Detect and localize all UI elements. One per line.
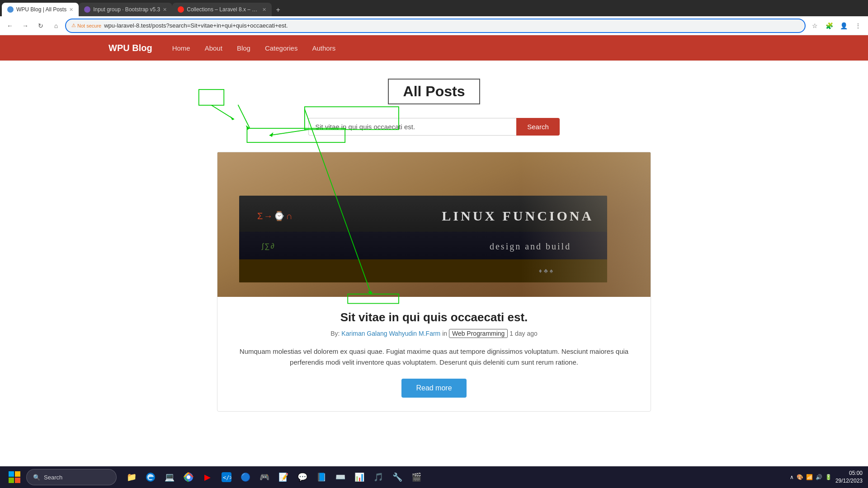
taskbar-app-word[interactable]: 📝 [275, 469, 292, 486]
tab-label-bootstrap: Input group · Bootstrap v5.3 [93, 6, 160, 13]
post-body: Sit vitae in qui quis occaecati est. By:… [217, 297, 651, 411]
settings-button[interactable]: ⋮ [852, 19, 864, 32]
post-time-ago: 1 day ago [509, 330, 538, 337]
svg-point-0 [8, 7, 13, 12]
system-tray: ∧ 🎨 📶 🔊 🔋 [790, 474, 832, 480]
tab-close-bootstrap[interactable]: ✕ [163, 7, 167, 13]
nav-categories[interactable]: Categories [259, 41, 304, 56]
post-excerpt: Numquam molestias vel dolorem ex quasi q… [236, 346, 632, 368]
site-navigation: WPU Blog Home About Blog Categories Auth… [0, 35, 868, 61]
search-button[interactable]: Search [516, 118, 560, 136]
tab-wpu-blog[interactable]: WPU Blog | All Posts ✕ [2, 3, 79, 16]
post-image: LINUX FUNCIONA Σ→⌚∩ design and build ∫∑∂ [217, 152, 651, 297]
taskbar-clock[interactable]: 05:00 29/12/2023 [835, 469, 863, 485]
nav-blog[interactable]: Blog [231, 41, 257, 56]
profile-button[interactable]: 👤 [837, 19, 850, 32]
toolbar-icons: ☆ 🧩 👤 ⋮ [808, 19, 864, 32]
home-button[interactable]: ⌂ [50, 19, 62, 32]
browser-tab-bar: WPU Blog | All Posts ✕ Input group · Boo… [0, 0, 868, 16]
taskbar-app-notion[interactable]: 📘 [313, 469, 330, 486]
post-category[interactable]: Web Programming [449, 329, 508, 338]
tab-favicon-laravel [178, 6, 184, 13]
new-tab-button[interactable]: + [272, 4, 284, 16]
svg-rect-15 [9, 478, 14, 483]
search-form: Search [217, 118, 651, 136]
svg-rect-13 [9, 471, 14, 477]
search-input[interactable] [308, 118, 516, 136]
page-title: All Posts [388, 79, 481, 104]
taskbar-app-explorer[interactable]: 📁 [123, 469, 140, 486]
taskbar-app-terminal[interactable]: 💻 [161, 469, 178, 486]
page-title-wrapper: All Posts [217, 79, 651, 104]
tray-chevron[interactable]: ∧ [790, 474, 794, 480]
extensions-button[interactable]: 🧩 [823, 19, 835, 32]
tab-label-laravel: Collections – Laravel 8.x – The F... [187, 6, 259, 13]
security-indicator: ⚠ Not secure [71, 23, 101, 28]
clock-time: 05:00 [835, 469, 863, 477]
meta-in: in [442, 330, 449, 337]
nav-authors[interactable]: Authors [306, 41, 342, 56]
nav-about[interactable]: About [198, 41, 229, 56]
taskbar: 🔍 Search 📁 💻 ▶ </> 🔵 🎮 📝 💬 📘 ⌨️ 📊 🎵 🔧 🎬 [0, 466, 868, 488]
taskbar-apps: 📁 💻 ▶ </> 🔵 🎮 📝 💬 📘 ⌨️ 📊 🎵 🔧 🎬 [123, 469, 425, 486]
post-title: Sit vitae in qui quis occaecati est. [236, 310, 632, 324]
post-author[interactable]: Kariman Galang Wahyudin M.Farm [341, 330, 440, 337]
svg-rect-14 [15, 471, 20, 477]
light-overlay [521, 152, 651, 297]
tab-favicon-bootstrap [84, 6, 90, 13]
taskbar-app-youtube[interactable]: ▶ [199, 469, 216, 486]
taskbar-app-edge[interactable] [142, 469, 159, 486]
nav-links: Home About Blog Categories Authors [166, 41, 342, 56]
back-button[interactable]: ← [4, 19, 16, 32]
books-image: LINUX FUNCIONA Σ→⌚∩ design and build ∫∑∂ [217, 152, 651, 297]
taskbar-search[interactable]: 🔍 Search [26, 469, 117, 485]
site-brand: WPU Blog [108, 43, 152, 53]
taskbar-app-excel[interactable]: 📊 [351, 469, 368, 486]
tab-label-wpu: WPU Blog | All Posts [16, 6, 66, 13]
taskbar-search-icon: 🔍 [33, 474, 40, 481]
tab-laravel[interactable]: Collections – Laravel 8.x – The F... ✕ [172, 3, 272, 16]
tab-favicon-wpu [7, 6, 14, 13]
address-field[interactable]: ⚠ Not secure wpu-laravel-8.test/posts?se… [65, 19, 806, 33]
reload-button[interactable]: ↻ [34, 19, 47, 32]
taskbar-app-settings2[interactable]: 🔧 [389, 469, 406, 486]
taskbar-app-app7[interactable]: 🔵 [237, 469, 254, 486]
taskbar-app-vlc[interactable]: 🎬 [408, 469, 425, 486]
svg-point-19 [187, 475, 190, 479]
book-design-left-text: ∫∑∂ [262, 242, 275, 250]
address-bar: ← → ↻ ⌂ ⚠ Not secure wpu-laravel-8.test/… [0, 16, 868, 35]
forward-button[interactable]: → [19, 19, 32, 32]
book-spine-text: Σ→⌚∩ [257, 211, 293, 221]
tray-volume[interactable]: 🔊 [816, 474, 822, 480]
tab-bootstrap[interactable]: Input group · Bootstrap v5.3 ✕ [79, 3, 172, 16]
svg-text:</>: </> [223, 474, 231, 481]
read-more-button[interactable]: Read more [401, 379, 466, 398]
taskbar-right: ∧ 🎨 📶 🔊 🔋 05:00 29/12/2023 [790, 469, 863, 485]
taskbar-app-cmd[interactable]: ⌨️ [332, 469, 349, 486]
taskbar-app-chat[interactable]: 💬 [294, 469, 311, 486]
taskbar-app-app8[interactable]: 🎮 [256, 469, 273, 486]
tab-close-wpu[interactable]: ✕ [69, 7, 73, 13]
taskbar-app-media[interactable]: 🎵 [370, 469, 387, 486]
start-button[interactable] [5, 468, 24, 486]
clock-date: 29/12/2023 [835, 477, 863, 485]
address-url: wpu-laravel-8.test/posts?search=Sit+vita… [104, 22, 799, 29]
taskbar-search-label: Search [44, 474, 62, 481]
website-content: WPU Blog Home About Blog Categories Auth… [0, 35, 868, 452]
taskbar-app-vscode[interactable]: </> [218, 469, 235, 486]
svg-rect-16 [15, 478, 20, 483]
tray-battery: 🔋 [825, 474, 832, 480]
post-card: LINUX FUNCIONA Σ→⌚∩ design and build ∫∑∂ [217, 152, 651, 412]
tray-wifi[interactable]: 📶 [806, 474, 813, 480]
page-content: All Posts Search [217, 61, 651, 452]
post-meta: By: Kariman Galang Wahyudin M.Farm in We… [236, 329, 632, 338]
taskbar-app-chrome[interactable] [180, 469, 197, 486]
meta-by: By: [330, 330, 340, 337]
tray-color: 🎨 [797, 474, 803, 480]
nav-home[interactable]: Home [166, 41, 197, 56]
tab-close-laravel[interactable]: ✕ [262, 7, 266, 13]
bookmark-button[interactable]: ☆ [808, 19, 821, 32]
windows-logo [8, 471, 21, 483]
